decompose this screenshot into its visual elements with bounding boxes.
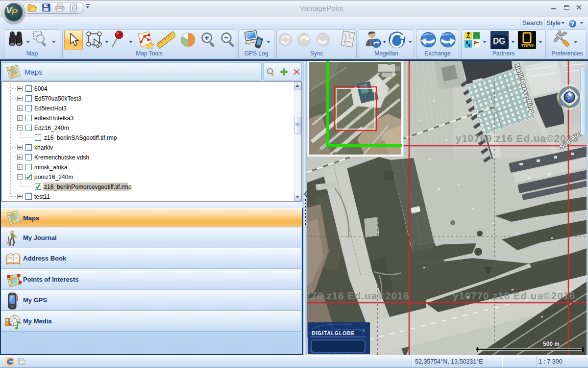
svg-text:0770 z16 Ed.ua©2016: 0770 z16 Ed.ua©2016 xyxy=(306,290,410,301)
svg-text:®: ® xyxy=(363,330,365,333)
svg-text:y10769 z16 Ed.ua©2016: y10769 z16 Ed.ua©2016 xyxy=(456,132,578,144)
svg-text:500 m: 500 m xyxy=(543,341,560,347)
svg-text:y10770 z16 Ed.ua©2016: y10770 z16 Ed.ua©2016 xyxy=(453,290,575,301)
svg-text:DIGITALGLOBE: DIGITALGLOBE xyxy=(312,330,355,336)
svg-text:TOPO!: TOPO! xyxy=(521,43,535,48)
